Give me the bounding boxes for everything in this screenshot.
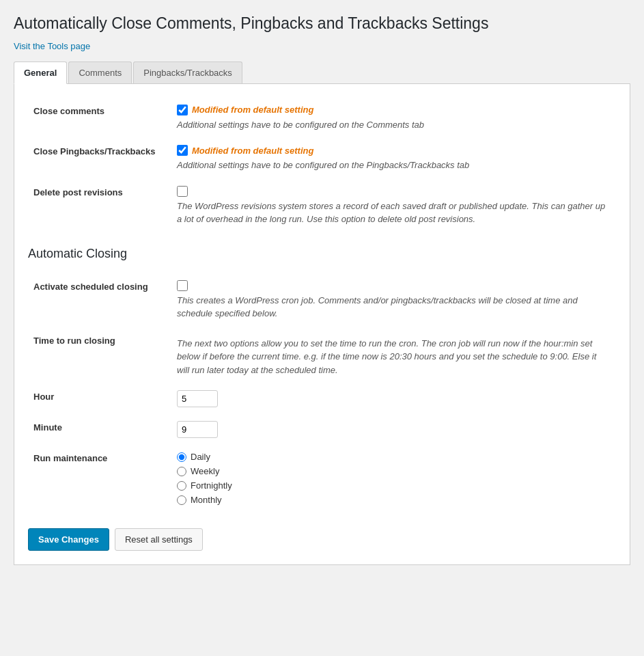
general-settings-table: Close comments Modified from default set… (28, 98, 616, 233)
activate-scheduled-checkbox[interactable] (177, 280, 188, 291)
row-run-maintenance: Run maintenance Daily Weekly (28, 445, 616, 512)
radio-monthly-text: Monthly (191, 495, 222, 505)
reset-settings-button[interactable]: Reset all settings (115, 528, 203, 551)
close-comments-modified-label: Modified from default setting (192, 105, 313, 115)
minute-input[interactable] (177, 421, 218, 438)
row-activate-scheduled: Activate scheduled closing This creates … (28, 273, 616, 327)
radio-weekly-label[interactable]: Weekly (177, 466, 611, 476)
settings-content: Close comments Modified from default set… (14, 84, 630, 566)
radio-weekly[interactable] (177, 467, 186, 476)
run-maintenance-label: Run maintenance (33, 453, 107, 463)
tools-page-link[interactable]: Visit the Tools page (14, 41, 90, 51)
minute-label: Minute (33, 422, 62, 433)
radio-fortnightly-label[interactable]: Fortnightly (177, 480, 611, 491)
close-comments-info: Additional settings have to be configure… (177, 118, 611, 132)
hour-input[interactable] (177, 390, 218, 407)
row-delete-revisions: Delete post revisions The WordPress revi… (28, 179, 616, 233)
radio-fortnightly[interactable] (177, 481, 186, 491)
radio-daily-text: Daily (191, 452, 210, 462)
tab-general[interactable]: General (14, 62, 67, 84)
activate-scheduled-info: This creates a WordPress cron job. Comme… (177, 294, 611, 320)
save-changes-button[interactable]: Save Changes (28, 528, 109, 551)
close-pingbacks-checkbox[interactable] (177, 145, 188, 156)
page-title: Automatically Close Comments, Pingbacks … (14, 14, 630, 34)
time-to-run-info: The next two options allow you to set th… (177, 337, 611, 377)
row-time-to-run: Time to run closing The next two options… (28, 327, 616, 384)
close-pingbacks-label: Close Pingbacks/Trackbacks (33, 146, 155, 156)
delete-revisions-checkbox[interactable] (177, 186, 188, 197)
row-hour: Hour (28, 383, 616, 414)
close-pingbacks-checkbox-row: Modified from default setting (177, 145, 611, 156)
time-to-run-label: Time to run closing (33, 336, 115, 346)
close-comments-checkbox-row: Modified from default setting (177, 105, 611, 115)
automatic-closing-heading: Automatic Closing (28, 247, 616, 266)
run-maintenance-radio-group: Daily Weekly Fortnightly Monthly (177, 452, 611, 505)
tabs-container: General Comments Pingbacks/Trackbacks (14, 62, 630, 84)
tab-pingbacks-trackbacks[interactable]: Pingbacks/Trackbacks (133, 62, 242, 83)
hour-label: Hour (33, 392, 54, 402)
button-row: Save Changes Reset all settings (28, 528, 616, 551)
row-minute: Minute (28, 414, 616, 445)
automatic-closing-table: Activate scheduled closing This creates … (28, 273, 616, 512)
delete-revisions-checkbox-row (177, 186, 611, 197)
radio-monthly-label[interactable]: Monthly (177, 495, 611, 505)
delete-revisions-label: Delete post revisions (33, 187, 123, 197)
close-pingbacks-modified-label: Modified from default setting (192, 146, 313, 156)
delete-revisions-info: The WordPress revisions system stores a … (177, 200, 611, 226)
close-pingbacks-info: Additional settings have to be configure… (177, 159, 611, 172)
radio-daily[interactable] (177, 452, 186, 462)
radio-weekly-text: Weekly (191, 466, 219, 476)
activate-scheduled-checkbox-row (177, 280, 611, 291)
radio-monthly[interactable] (177, 495, 186, 505)
tab-comments[interactable]: Comments (68, 62, 132, 83)
row-close-comments: Close comments Modified from default set… (28, 98, 616, 139)
radio-fortnightly-text: Fortnightly (191, 480, 232, 491)
close-comments-label: Close comments (33, 106, 104, 116)
activate-scheduled-label: Activate scheduled closing (33, 282, 148, 292)
row-close-pingbacks: Close Pingbacks/Trackbacks Modified from… (28, 138, 616, 179)
close-comments-checkbox[interactable] (177, 105, 188, 115)
radio-daily-label[interactable]: Daily (177, 452, 611, 462)
